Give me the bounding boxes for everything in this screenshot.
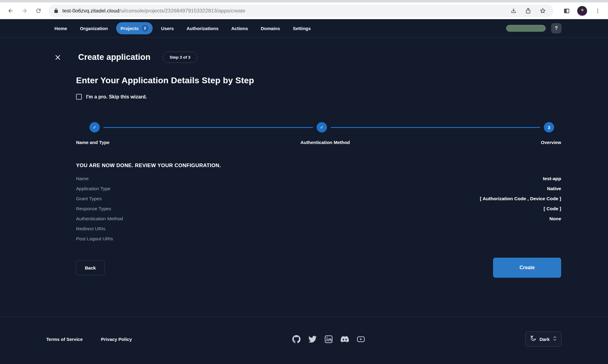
help-button[interactable]: ? — [551, 23, 561, 33]
create-button[interactable]: Create — [493, 258, 561, 278]
wizard-heading: Enter Your Application Details Step by S… — [76, 76, 561, 85]
nav-item-settings[interactable]: Settings — [289, 23, 315, 34]
review-row-application-type: Application Type Native — [76, 184, 561, 194]
install-button[interactable] — [508, 6, 519, 16]
check-icon: ✓ — [320, 125, 324, 130]
browser-profile-avatar[interactable] — [577, 6, 587, 16]
url-text: test-0o6zvq.zitadel.cloud/ui/console/pro… — [62, 8, 508, 14]
privacy-policy-link[interactable]: Privacy Policy — [101, 337, 132, 342]
nav-item-organization[interactable]: Organization — [76, 23, 112, 34]
review-row-redirect-uris: Redirect URIs — [76, 224, 561, 234]
review-row-post-logout-uris: Post Logout URIs — [76, 234, 561, 244]
console-footer: Terms of Service Privacy Policy Dark — [0, 317, 608, 364]
forward-arrow-icon — [21, 8, 28, 14]
download-icon — [510, 8, 517, 14]
check-icon: ✓ — [93, 125, 97, 130]
nav-item-home[interactable]: Home — [50, 23, 71, 34]
step-2-label: Authentication Method — [301, 140, 350, 145]
review-table: Name test-app Application Type Native Gr… — [76, 173, 561, 244]
back-button[interactable]: Back — [76, 260, 105, 275]
side-panel-button[interactable] — [561, 5, 573, 17]
review-row-response-types: Response Types [ Code ] — [76, 204, 561, 214]
share-icon — [525, 8, 531, 14]
side-panel-icon — [563, 7, 570, 15]
youtube-icon — [357, 335, 365, 343]
youtube-link[interactable] — [357, 335, 365, 343]
browser-chrome: test-0o6zvq.zitadel.cloud/ui/console/pro… — [0, 0, 608, 19]
step-2-circle[interactable]: ✓ — [317, 122, 327, 132]
step-1-label: Name and Type — [76, 140, 109, 145]
discord-icon — [341, 335, 349, 343]
browser-back-button[interactable] — [4, 5, 16, 17]
step-3-label: Overview — [541, 140, 561, 145]
step-number: 3 — [548, 125, 550, 130]
browser-forward-button[interactable] — [18, 5, 30, 17]
close-icon — [54, 54, 61, 61]
linkedin-icon — [325, 335, 333, 343]
lock-icon — [54, 8, 59, 13]
nav-item-authorizations[interactable]: Authorizations — [182, 23, 223, 34]
linkedin-link[interactable] — [325, 335, 333, 343]
tab-strip — [0, 0, 608, 2]
github-icon — [292, 335, 301, 343]
stepper-connector — [331, 127, 540, 128]
github-link[interactable] — [292, 335, 301, 343]
kebab-menu-icon — [595, 8, 601, 14]
review-row-authentication-method: Authentication Method None — [76, 214, 561, 224]
skip-wizard-checkbox[interactable] — [76, 94, 82, 100]
browser-reload-button[interactable] — [32, 5, 44, 17]
close-wizard-button[interactable] — [53, 53, 62, 62]
step-badge: Step 3 of 3 — [163, 52, 197, 63]
browser-menu-button[interactable] — [592, 5, 604, 17]
chevron-updown-icon — [553, 336, 557, 342]
projects-count-badge: 2 — [142, 25, 148, 32]
bookmark-button[interactable] — [537, 6, 548, 16]
url-domain: test-0o6zvq.zitadel.cloud — [62, 8, 119, 14]
theme-label: Dark — [540, 337, 550, 342]
review-row-grant-types: Grant Types [ Authorization Code , Devic… — [76, 194, 561, 204]
theme-selector[interactable]: Dark — [525, 331, 561, 347]
twitter-link[interactable] — [308, 335, 317, 343]
back-arrow-icon — [7, 8, 14, 14]
step-3-circle[interactable]: 3 — [544, 122, 554, 132]
star-icon — [540, 8, 546, 14]
create-application-page: Create application Step 3 of 3 Enter You… — [0, 38, 608, 317]
share-button[interactable] — [523, 6, 533, 16]
address-bar[interactable]: test-0o6zvq.zitadel.cloud/ui/console/pro… — [49, 5, 553, 17]
terms-of-service-link[interactable]: Terms of Service — [46, 337, 83, 342]
review-row-name: Name test-app — [76, 173, 561, 184]
nav-item-actions[interactable]: Actions — [227, 23, 252, 34]
nav-item-domains[interactable]: Domains — [256, 23, 284, 34]
page-title: Create application — [78, 53, 151, 62]
reload-icon — [35, 8, 42, 14]
url-path: /ui/console/projects/232684979153322813/… — [119, 8, 245, 14]
nav-item-projects[interactable]: Projects2 — [116, 22, 152, 34]
discord-link[interactable] — [341, 335, 349, 343]
review-section-title: YOU ARE NOW DONE. REVIEW YOUR CONFIGURAT… — [76, 163, 561, 169]
step-1-circle[interactable]: ✓ — [89, 122, 100, 132]
twitter-icon — [308, 335, 317, 343]
org-context-skeleton — [506, 25, 546, 32]
moon-icon — [530, 335, 537, 343]
wizard-stepper: ✓ ✓ 3 Name and Type Authentication Metho… — [76, 122, 561, 145]
nav-item-users[interactable]: Users — [157, 23, 178, 34]
stepper-connector — [103, 127, 313, 128]
skip-wizard-label: I'm a pro. Skip this wizard. — [86, 94, 147, 100]
console-navbar: Home Organization Projects2 Users Author… — [0, 19, 608, 38]
